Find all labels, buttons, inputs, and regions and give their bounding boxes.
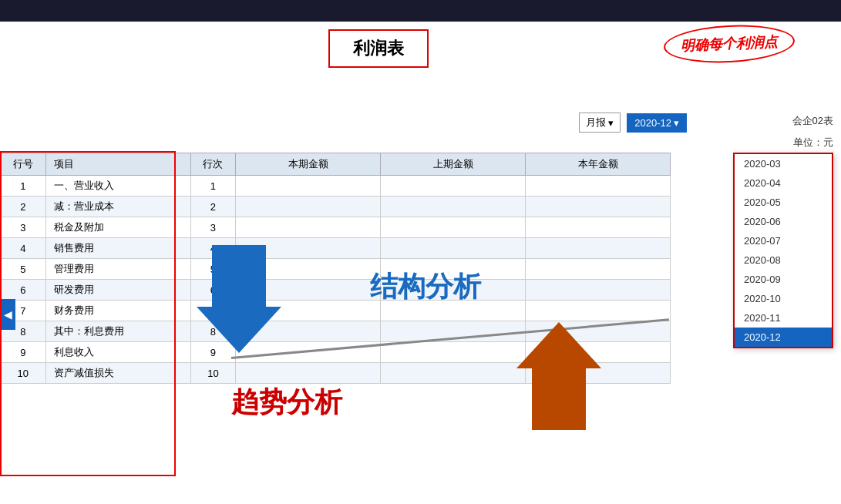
blue-arrow-body [212,245,266,307]
cell-item: 减：营业成本 [45,197,190,217]
report-type-select[interactable]: 月报 ▾ [579,113,621,133]
cell-seq: 1 [190,176,236,197]
cell-linenum: 1 [1,176,46,197]
sidebar-toggle[interactable]: ◀ [0,299,15,330]
cell-last [381,238,526,259]
cell-annual [526,238,671,259]
dropdown-item[interactable]: 2020-10 [735,289,832,308]
orange-arrow-body [532,368,586,430]
dropdown-item[interactable]: 2020-11 [735,308,832,328]
dropdown-item[interactable]: 2020-05 [735,193,832,212]
bubble-text: 明确每个利润点 [663,22,796,66]
dropdown-item[interactable]: 2020-08 [735,250,832,270]
cell-item: 管理费用 [45,259,190,280]
cell-seq: 2 [190,197,236,217]
table-row: 7 财务费用 7 [1,301,671,321]
orange-arrow-head [516,322,601,368]
dropdown-item[interactable]: 2020-04 [735,173,832,193]
period-select[interactable]: 2020-12 ▾ [627,113,687,133]
cell-current [236,176,381,197]
cell-last [381,176,526,197]
title-section: 利润表 [328,29,429,68]
structure-analysis-label: 结构分析 [370,268,481,306]
cell-current [236,217,381,238]
sidebar-arrow-icon: ◀ [4,308,12,321]
table-row: 2 减：营业成本 2 [1,197,671,217]
cell-linenum: 9 [1,342,46,363]
dropdown-item[interactable]: 2020-03 [735,154,832,173]
cell-item: 税金及附加 [45,217,190,238]
cell-linenum: 10 [1,363,46,384]
cell-annual [526,259,671,280]
table-row: 3 税金及附加 3 [1,217,671,238]
title-box: 利润表 [328,29,429,68]
cell-annual [526,176,671,197]
main-area: 明确每个利润点 利润表 会企02表 月报 ▾ 2020-12 ▾ 单位：元 行号… [0,22,841,504]
col-header-item: 项目 [45,153,190,176]
period-dropdown[interactable]: 2020-032020-042020-052020-062020-072020-… [733,153,833,348]
cell-annual [526,217,671,238]
col-header-last: 上期金额 [381,153,526,176]
dropdown-item[interactable]: 2020-07 [735,231,832,250]
orange-arrow-container [516,322,601,430]
unit-label: 单位：元 [793,136,833,150]
cell-item: 财务费用 [45,301,190,321]
cell-last [381,197,526,217]
cell-item: 利息收入 [45,342,190,363]
table-row: 5 管理费用 5 [1,259,671,280]
cell-last [381,342,526,363]
cell-linenum: 4 [1,238,46,259]
cell-last [381,217,526,238]
cell-item: 一、营业收入 [45,176,190,197]
cell-linenum: 5 [1,259,46,280]
cell-item: 研发费用 [45,280,190,301]
cell-annual [526,301,671,321]
cell-current [236,197,381,217]
cell-linenum: 3 [1,217,46,238]
table-row: 6 研发费用 6 [1,280,671,301]
top-bar [0,0,841,22]
col-header-seq: 行次 [190,153,236,176]
col-header-annual: 本年金额 [526,153,671,176]
cell-seq: 3 [190,217,236,238]
table-row: 4 销售费用 4 [1,238,671,259]
cell-item: 销售费用 [45,238,190,259]
cell-annual [526,280,671,301]
toolbar: 月报 ▾ 2020-12 ▾ [579,113,687,133]
blue-arrow-head [197,307,281,353]
cell-last [381,363,526,384]
cell-item: 其中：利息费用 [45,321,190,342]
cell-linenum: 6 [1,280,46,301]
dropdown-item[interactable]: 2020-06 [735,212,832,231]
cell-current [236,363,381,384]
dropdown-item[interactable]: 2020-09 [735,270,832,289]
trend-analysis-label: 趋势分析 [231,384,342,422]
cell-annual [526,197,671,217]
cell-linenum: 2 [1,197,46,217]
col-header-linenum: 行号 [1,153,46,176]
table-row: 1 一、营业收入 1 [1,176,671,197]
company-label: 会企02表 [792,114,833,128]
col-header-current: 本期金额 [236,153,381,176]
speech-bubble: 明确每个利润点 [664,25,795,62]
cell-item: 资产减值损失 [45,363,190,384]
cell-seq: 10 [190,363,236,384]
dropdown-item[interactable]: 2020-12 [735,328,832,347]
